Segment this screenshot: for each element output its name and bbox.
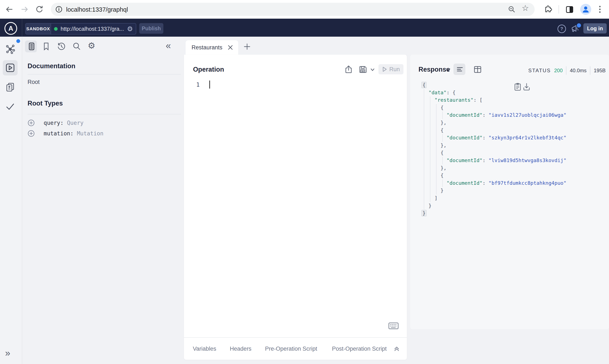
meta-divider <box>590 66 590 75</box>
apollo-logo[interactable]: A <box>4 22 17 35</box>
operation-title: Operation <box>193 66 224 73</box>
connection-status-dot <box>54 27 58 31</box>
root-types-title: Root Types <box>27 100 63 107</box>
extensions-puzzle-icon[interactable] <box>543 5 552 14</box>
announcement-notification-dot <box>576 23 582 28</box>
collapse-doc-panel-icon[interactable]: « <box>166 40 171 51</box>
bookmarks-tab-icon[interactable] <box>41 42 51 51</box>
collapse-footer-icon[interactable] <box>393 345 401 352</box>
schema-graph-icon[interactable] <box>5 44 15 54</box>
response-title: Response <box>418 66 450 73</box>
endpoint-url-text[interactable]: http://localhost:1337/gra... <box>61 26 124 32</box>
root-type-field[interactable]: mutation: <box>44 130 74 137</box>
tab-pre-operation-script[interactable]: Pre-Operation Script <box>265 346 317 352</box>
status-code: 200 <box>554 68 563 74</box>
root-type-query-row[interactable]: query: Query <box>27 119 83 127</box>
zoom-page-icon[interactable] <box>508 5 516 13</box>
header-divider <box>22 19 22 37</box>
help-icon[interactable]: ? <box>557 25 566 33</box>
explorer-icon[interactable] <box>5 63 15 73</box>
response-json[interactable]: {"data": {"restaurants": [{"documentId":… <box>423 81 566 217</box>
root-type-name[interactable]: Mutation <box>77 130 104 137</box>
browser-toolbar: localhost:1337/graphql ☆ <box>0 0 609 19</box>
publish-button[interactable]: Publish <box>139 23 163 34</box>
left-nav-rail: » <box>0 37 22 364</box>
editor-line-number: 1 <box>196 81 200 88</box>
new-tab-plus-icon[interactable] <box>243 43 251 51</box>
settings-gear-icon[interactable]: ⚙ <box>88 41 95 51</box>
run-play-icon <box>382 66 387 72</box>
sandbox-badge: SANDBOX <box>26 24 51 34</box>
endpoint-settings-gear-icon[interactable]: ⚙ <box>127 25 133 33</box>
apollo-sandbox-page: localhost:1337/graphql ☆ A SANDBOX http:… <box>0 0 609 364</box>
site-info-icon[interactable] <box>55 5 63 13</box>
history-tab-icon[interactable] <box>57 42 66 51</box>
keyboard-shortcuts-icon[interactable] <box>388 322 399 330</box>
tab-restaurants[interactable]: Restaurants <box>186 40 238 55</box>
doc-root-link[interactable]: Root <box>27 79 40 85</box>
response-size: 195B <box>594 68 606 74</box>
checklist-icon[interactable] <box>5 102 15 112</box>
doc-panel-title: Documentation <box>27 62 76 70</box>
endpoint-pill[interactable]: SANDBOX http://localhost:1337/gra... ⚙ <box>25 23 136 35</box>
schema-notification-dot <box>16 39 20 43</box>
share-operation-icon[interactable] <box>344 65 353 74</box>
tab-post-operation-script[interactable]: Post-Operation Script <box>332 346 387 352</box>
root-type-field[interactable]: query: <box>44 120 64 126</box>
response-meta: STATUS 200 40.0ms 195B <box>528 66 606 75</box>
close-tab-icon[interactable] <box>228 45 233 50</box>
response-dropdown-chevron-icon[interactable] <box>445 68 451 72</box>
doc-divider <box>27 114 181 114</box>
documentation-tab-icon[interactable] <box>27 42 36 51</box>
response-time: 40.0ms <box>570 68 586 74</box>
login-button[interactable]: Log in <box>583 23 607 33</box>
bookmark-star-icon[interactable]: ☆ <box>522 3 529 13</box>
response-panel: Response STATUS 200 40.0ms 195B <box>410 55 609 329</box>
tab-variables[interactable]: Variables <box>193 346 216 352</box>
editor-cursor[interactable] <box>209 80 210 89</box>
browser-menu-kebab-icon[interactable] <box>598 5 601 13</box>
add-field-plus-icon[interactable] <box>27 130 35 137</box>
browser-url-text[interactable]: localhost:1337/graphql <box>66 6 128 13</box>
toolbar-divider <box>558 5 559 13</box>
table-view-icon[interactable] <box>473 65 482 74</box>
browser-forward-icon[interactable] <box>20 5 29 13</box>
save-dropdown-chevron-icon[interactable] <box>370 68 375 72</box>
changelog-icon[interactable] <box>5 82 15 92</box>
root-type-mutation-row[interactable]: mutation: Mutation <box>27 130 104 137</box>
browser-back-icon[interactable] <box>5 5 13 13</box>
add-field-plus-icon[interactable] <box>27 119 35 127</box>
run-label: Run <box>389 66 400 73</box>
status-label: STATUS <box>528 68 551 74</box>
search-tab-icon[interactable] <box>72 42 81 51</box>
browser-profile-avatar[interactable] <box>580 4 591 15</box>
side-panel-icon[interactable] <box>565 5 574 14</box>
operation-panel: Operation Run 1 Variables Headers Pre-Op… <box>184 55 407 360</box>
tab-headers[interactable]: Headers <box>230 346 252 352</box>
expand-rail-icon[interactable]: » <box>5 348 10 358</box>
tab-label: Restaurants <box>192 44 222 51</box>
json-view-icon[interactable] <box>456 66 464 73</box>
meta-divider <box>566 66 566 75</box>
run-button[interactable]: Run <box>378 64 403 74</box>
save-operation-icon[interactable] <box>358 65 367 74</box>
operation-footer-bar: Variables Headers Pre-Operation Script P… <box>184 337 407 360</box>
root-type-name[interactable]: Query <box>67 120 83 126</box>
doc-divider <box>27 74 181 75</box>
browser-reload-icon[interactable] <box>35 5 44 13</box>
